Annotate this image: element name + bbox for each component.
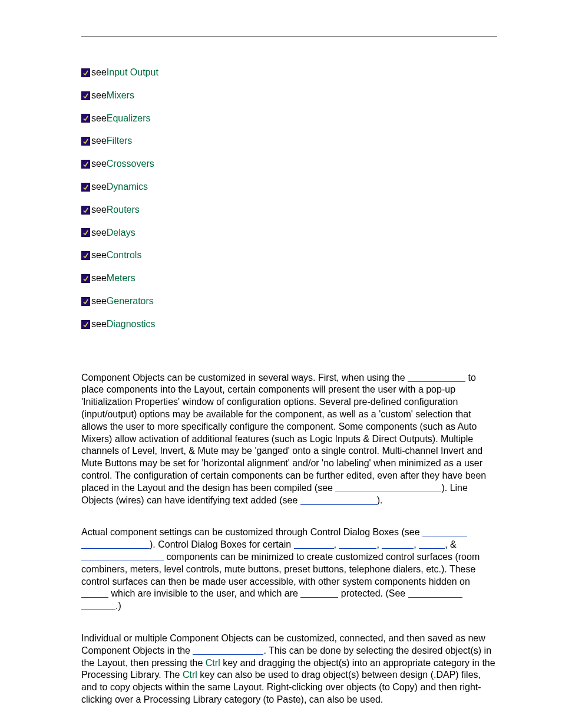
- link-mixers[interactable]: see Mixers: [81, 90, 497, 102]
- topic-icon: [81, 251, 90, 260]
- see-prefix: see: [91, 181, 107, 193]
- link-label: Input Output: [107, 67, 158, 79]
- text: ,: [334, 539, 339, 549]
- blank-link[interactable]: [81, 600, 115, 610]
- text: Actual component settings can be customi…: [81, 527, 422, 537]
- text: ).: [377, 495, 383, 505]
- blank-link[interactable]: [419, 539, 445, 549]
- see-prefix: see: [91, 272, 107, 285]
- topic-icon: [81, 137, 90, 146]
- link-crossovers[interactable]: see Crossovers: [81, 158, 497, 170]
- blank-link[interactable]: [300, 495, 377, 505]
- text: .): [115, 601, 121, 611]
- text: ). Control Dialog Boxes for certain: [150, 539, 294, 549]
- topic-icon: [81, 160, 90, 169]
- topic-icon: [81, 183, 90, 192]
- link-dynamics[interactable]: see Dynamics: [81, 181, 497, 193]
- top-rule: [81, 37, 497, 37]
- blank-link[interactable]: [81, 551, 164, 561]
- text: protected. (See: [338, 588, 408, 598]
- topic-icon: [81, 320, 90, 329]
- link-delays[interactable]: see Delays: [81, 227, 497, 239]
- see-prefix: see: [91, 204, 107, 216]
- text: to place components into the Layout, cer…: [81, 373, 486, 493]
- see-prefix: see: [91, 249, 107, 262]
- topic-icon: [81, 114, 90, 123]
- see-prefix: see: [91, 295, 107, 308]
- link-generators[interactable]: see Generators: [81, 295, 497, 308]
- link-label: Generators: [107, 295, 154, 308]
- link-label: Equalizers: [107, 113, 151, 125]
- topic-icon: [81, 206, 90, 215]
- topic-icon: [81, 68, 90, 77]
- link-diagnostics[interactable]: see Diagnostics: [81, 318, 497, 331]
- link-label: Filters: [107, 135, 133, 147]
- see-prefix: see: [91, 67, 107, 79]
- blank-link[interactable]: [193, 645, 263, 655]
- blank-link[interactable]: [335, 482, 441, 492]
- see-prefix: see: [91, 135, 107, 147]
- link-equalizers[interactable]: see Equalizers: [81, 113, 497, 125]
- see-prefix: see: [91, 158, 107, 170]
- paragraph-2: Actual component settings can be customi…: [81, 526, 497, 612]
- blank-link[interactable]: [408, 372, 465, 382]
- see-prefix: see: [91, 90, 107, 102]
- text: , &: [445, 539, 457, 549]
- link-label: Controls: [107, 249, 142, 262]
- text: which are invisible to the user, and whi…: [108, 588, 300, 598]
- link-controls[interactable]: see Controls: [81, 249, 497, 262]
- blank-link[interactable]: [339, 539, 376, 549]
- link-filters[interactable]: see Filters: [81, 135, 497, 147]
- topic-icon: [81, 274, 90, 283]
- link-label: Diagnostics: [107, 318, 156, 331]
- paragraph-1: Component Objects can be customized in s…: [81, 372, 497, 507]
- text: ,: [414, 539, 419, 549]
- link-label: Routers: [107, 204, 140, 216]
- see-prefix: see: [91, 113, 107, 125]
- blank-link[interactable]: [382, 539, 414, 549]
- link-label: Crossovers: [107, 158, 154, 170]
- hotkey-ctrl: Ctrl: [183, 670, 197, 680]
- link-label: Delays: [107, 227, 135, 239]
- link-meters[interactable]: see Meters: [81, 272, 497, 285]
- link-label: Dynamics: [107, 181, 148, 193]
- link-routers[interactable]: see Routers: [81, 204, 497, 216]
- link-label: Mixers: [107, 90, 134, 102]
- text: ,: [376, 539, 382, 549]
- paragraph-3: Individual or multiple Component Objects…: [81, 633, 497, 706]
- link-list: see Input Output see Mixers see Equalize…: [81, 67, 497, 331]
- blank-link[interactable]: [408, 588, 462, 598]
- blank-link[interactable]: [81, 539, 150, 549]
- see-prefix: see: [91, 318, 107, 331]
- link-input-output[interactable]: see Input Output: [81, 67, 497, 79]
- link-label: Meters: [107, 272, 135, 285]
- blank-link[interactable]: [422, 526, 467, 536]
- topic-icon: [81, 297, 90, 306]
- topic-icon: [81, 228, 90, 237]
- blank-link[interactable]: [300, 588, 338, 598]
- text: Component Objects can be customized in s…: [81, 373, 408, 383]
- topic-icon: [81, 91, 90, 100]
- see-prefix: see: [91, 227, 107, 239]
- hotkey-ctrl: Ctrl: [206, 658, 220, 668]
- blank-link[interactable]: [294, 539, 334, 549]
- document-page: see Input Output see Mixers see Equalize…: [0, 0, 562, 728]
- blank-link[interactable]: [81, 588, 108, 598]
